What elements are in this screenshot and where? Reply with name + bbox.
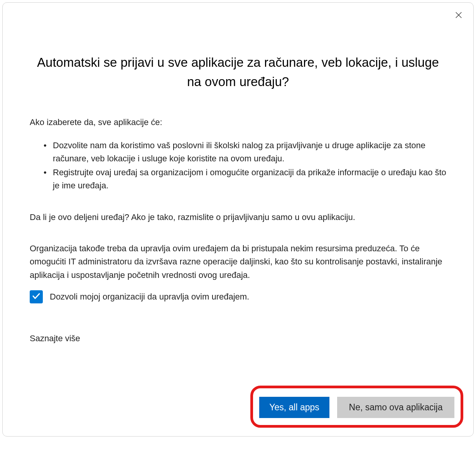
close-button[interactable] (452, 10, 465, 22)
intro-text: Ako izaberete da, sve aplikacije će: (30, 117, 446, 127)
learn-more-link[interactable]: Saznajte više (30, 333, 446, 344)
bullet-list: Dozvolite nam da koristimo vaš poslovni … (30, 139, 446, 192)
close-icon (454, 11, 463, 21)
allow-org-manage-checkbox[interactable] (30, 290, 43, 303)
no-only-this-app-button[interactable]: Ne, samo ova aplikacija (337, 397, 454, 418)
shared-device-text: Da li je ovo deljeni uređaj? Ako je tako… (30, 211, 446, 223)
list-item: Dozvolite nam da koristimo vaš poslovni … (44, 139, 446, 165)
dialog-content: Automatski se prijavi u sve aplikacije z… (3, 3, 473, 344)
list-item: Registrujte ovaj uređaj sa organizacijom… (44, 166, 446, 192)
checkmark-icon (32, 291, 41, 302)
signin-dialog: Automatski se prijavi u sve aplikacije z… (2, 2, 474, 437)
checkbox-row: Dozvoli mojoj organizaciji da upravlja o… (30, 290, 446, 303)
yes-all-apps-button[interactable]: Yes, all apps (259, 397, 329, 418)
org-manage-text: Organizacija takođe treba da upravlja ov… (30, 242, 446, 281)
dialog-title: Automatski se prijavi u sve aplikacije z… (30, 53, 446, 91)
checkbox-label: Dozvoli mojoj organizaciji da upravlja o… (50, 292, 249, 302)
button-container-highlight: Yes, all apps Ne, samo ova aplikacija (250, 386, 463, 428)
